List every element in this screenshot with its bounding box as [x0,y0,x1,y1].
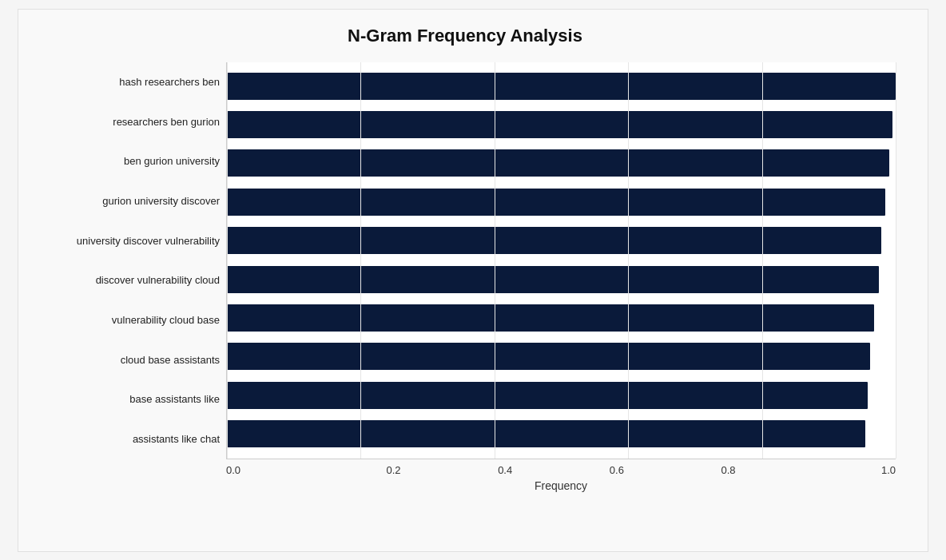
bar-row [227,146,896,180]
y-label: university discover vulnerability [34,236,220,246]
bar [227,304,874,332]
bar-row [227,108,896,141]
y-label: assistants like chat [34,434,220,444]
bar-row [227,340,896,373]
x-tick: 0.0 [226,464,338,476]
x-tick: 0.4 [449,464,561,476]
y-label: gurion university discover [34,196,220,206]
y-labels: hash researchers benresearchers ben guri… [34,62,226,459]
x-axis-label: Frequency [226,479,896,492]
y-label: base assistants like [34,394,220,404]
bar [227,227,881,254]
bars-plot [226,62,896,459]
x-tick: 0.2 [338,464,450,476]
y-label: ben gurion university [34,156,220,166]
bar-row [227,417,896,451]
bar-row [227,185,896,219]
bar-row [227,301,896,335]
bar-row [227,379,896,412]
chart-title: N-Gram Frequency Analysis [34,26,896,46]
bars-section: hash researchers benresearchers ben guri… [34,62,896,459]
chart-area: hash researchers benresearchers ben guri… [34,62,896,492]
x-tick: 0.8 [673,464,785,476]
bar [227,420,865,447]
bar-row [227,224,896,257]
bar [227,343,870,370]
bar-row [227,70,896,103]
bar [227,111,892,138]
y-label: vulnerability cloud base [34,315,220,325]
x-axis: 0.00.20.40.60.81.0 [226,459,896,476]
bar-row [227,263,896,296]
y-label: researchers ben gurion [34,117,220,127]
y-label: hash researchers ben [34,77,220,87]
bar [227,189,885,216]
y-label: discover vulnerability cloud [34,275,220,285]
bar [227,382,868,409]
x-tick: 0.6 [561,464,673,476]
bar [227,266,879,293]
y-label: cloud base assistants [34,355,220,365]
x-tick: 1.0 [784,464,896,476]
bar [227,73,896,100]
bar [227,149,889,177]
chart-container: N-Gram Frequency Analysis hash researche… [18,9,928,552]
grid-line [896,62,896,459]
